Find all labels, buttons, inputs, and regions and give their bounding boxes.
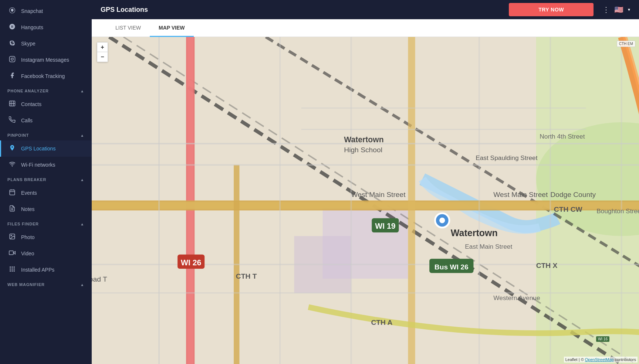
photo-icon [9,233,16,241]
sidebar-item-snapchat-label: Snapchat [21,8,84,14]
sidebar-item-photo[interactable]: Photo [0,229,92,245]
map-container[interactable]: + − CTH EM WI 16 Leaflet | © OpenStreetM… [92,37,639,364]
svg-text:WI 19: WI 19 [375,222,395,230]
svg-rect-9 [10,190,15,195]
sidebar-item-facebook-label: Facebook Tracking [21,73,84,79]
calls-icon [9,116,16,125]
svg-text:WI 26: WI 26 [181,258,201,267]
svg-point-2 [11,58,13,60]
sidebar-item-wifi-label: Wi-Fi networks [21,162,84,168]
section-phone-analyzer[interactable]: PHONE ANALYZER ▲ [0,84,92,96]
tab-list-view[interactable]: LIST VIEW [106,20,150,37]
svg-text:CTH CW: CTH CW [554,205,583,213]
svg-rect-20 [12,266,13,268]
more-options-icon[interactable]: ⋮ [602,5,610,14]
sidebar-item-calls[interactable]: Calls [0,112,92,129]
svg-text:East Spaulding Street: East Spaulding Street [476,154,538,161]
chevron-plans-breaker: ▲ [80,178,84,182]
svg-text:West Main Street: West Main Street [493,191,548,198]
sidebar-item-skype[interactable]: Skype [0,35,92,52]
svg-rect-27 [14,271,15,272]
svg-rect-22 [10,269,11,270]
sidebar-item-skype-label: Skype [21,41,84,47]
section-files-finder[interactable]: FILES FINDER ▲ [0,217,92,229]
svg-text:Boughton Street: Boughton Street [596,207,639,215]
zoom-out-button[interactable]: − [97,52,108,62]
svg-text:East Main Street: East Main Street [465,243,512,250]
leaflet-credit: Leaflet | © [565,357,585,362]
language-dropdown[interactable]: ▾ [628,7,630,12]
instagram-icon [9,56,16,64]
svg-point-84 [439,218,445,223]
sidebar-item-gps-label: GPS Locations [21,146,84,152]
flag-icon[interactable]: 🇺🇸 [614,5,623,14]
hangouts-icon [9,23,16,31]
sidebar-item-instagram[interactable]: Instagram Messages [0,52,92,68]
svg-point-3 [13,57,14,58]
sidebar-item-events[interactable]: Events [0,185,92,201]
events-icon [9,189,16,197]
sidebar-item-hangouts[interactable]: Hangouts [0,19,92,35]
sidebar-item-notes-label: Notes [21,206,84,212]
svg-text:High School: High School [344,146,382,154]
facebook-icon [9,72,16,80]
chevron-phone-analyzer: ▲ [80,89,84,93]
svg-text:Watertown: Watertown [344,135,383,144]
sidebar-item-facebook[interactable]: Facebook Tracking [0,68,92,84]
gps-icon [9,144,16,153]
svg-text:CTH X: CTH X [536,262,558,269]
svg-rect-42 [408,37,415,364]
section-plans-breaker[interactable]: PLANS BREAKER ▲ [0,173,92,185]
sidebar-item-video[interactable]: Video [0,245,92,262]
svg-text:West Main Street: West Main Street [351,191,406,198]
sidebar-item-notes[interactable]: Notes [0,201,92,217]
sidebar-item-calls-label: Calls [21,118,84,123]
sidebar-item-wifi[interactable]: Wi-Fi networks [0,157,92,173]
sidebar-item-gps-locations[interactable]: GPS Locations [0,140,92,157]
section-pinpoint[interactable]: PINPOINT ▲ [0,129,92,140]
sidebar-item-instagram-label: Instagram Messages [21,57,84,63]
wifi-icon [9,161,16,169]
sidebar-item-video-label: Video [21,251,84,256]
svg-rect-21 [14,266,15,268]
installed-apps-icon [9,266,16,274]
notes-icon [9,205,16,213]
topnav-actions: ⋮ 🇺🇸 ▾ [602,5,630,14]
svg-text:Western Avenue: Western Avenue [493,294,540,302]
svg-rect-24 [14,269,15,270]
svg-text:Bus WI 26: Bus WI 26 [435,263,469,271]
svg-text:Dodge County: Dodge County [550,191,596,198]
chevron-files-finder: ▲ [80,222,84,226]
tab-map-view[interactable]: MAP VIEW [150,20,194,37]
sidebar-item-snapchat[interactable]: Snapchat [0,3,92,19]
tabs-bar: LIST VIEW MAP VIEW [92,19,639,37]
svg-rect-19 [10,266,11,268]
sidebar-item-contacts[interactable]: Contacts [0,96,92,112]
map-badge-cth-em: CTH EM [617,41,635,47]
sidebar-item-events-label: Events [21,190,84,196]
svg-rect-26 [12,271,13,272]
video-icon [9,249,16,258]
sidebar-item-installed-apps-label: Installed APPs [21,267,84,273]
skype-icon [9,40,16,48]
sidebar-item-installed-apps[interactable]: Installed APPs [0,262,92,278]
svg-rect-18 [9,251,13,255]
sidebar-item-hangouts-label: Hangouts [21,24,84,30]
sidebar-item-contacts-label: Contacts [21,101,84,107]
svg-text:County Road T: County Road T [92,275,107,283]
contributors-text: contributors [613,357,636,362]
openstreetmap-link[interactable]: OpenStreetMap [585,357,614,362]
svg-text:CTH A: CTH A [371,319,392,326]
svg-rect-1 [10,57,15,62]
contacts-icon [9,100,16,108]
chevron-pinpoint: ▲ [80,133,84,137]
sidebar-item-photo-label: Photo [21,234,84,240]
svg-point-16 [11,235,11,236]
svg-rect-23 [12,269,13,270]
try-now-button[interactable]: TRY NOW [509,3,594,16]
zoom-in-button[interactable]: + [97,42,108,52]
sidebar: Snapchat Hangouts Skype Instagram Messag… [0,0,92,364]
map-attribution: Leaflet | © OpenStreetMap contributors [564,357,638,363]
map-svg: State Highway 19 West Main Street West M… [92,37,639,364]
section-web-magnifier[interactable]: WEB MAGNIFIER ▲ [0,278,92,290]
